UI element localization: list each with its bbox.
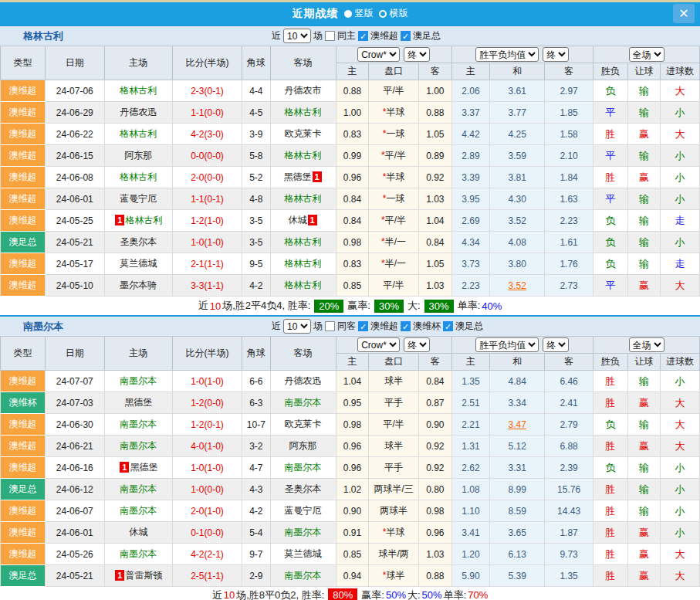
avg-final-select[interactable]: 终 [543, 47, 569, 62]
league-checkbox[interactable]: ✓ [443, 321, 453, 331]
league-checkbox[interactable]: ✓ [401, 31, 411, 41]
table-row: 澳维超24-05-17莫兰德城2-1(1-1)9-5格林古利0.83*半/一1.… [1, 253, 700, 275]
date-cell: 24-05-21 [45, 232, 104, 253]
away-odds-cell: 0.96 [419, 522, 452, 544]
league-checkbox[interactable]: ✓ [401, 321, 411, 331]
date-cell: 24-06-01 [45, 522, 104, 544]
home-odds-cell: 0.91 [336, 522, 369, 544]
odds-company-select[interactable]: Crow* [357, 337, 400, 352]
summary-part: 近 [212, 588, 222, 600]
radio-unselected-icon[interactable] [379, 10, 387, 18]
goals-result-cell: 小 [661, 232, 700, 253]
handicap-cell: *半球 [369, 167, 419, 188]
away-team-cell: 蓝曼宁厄 [270, 500, 336, 522]
date-cell: 24-06-01 [45, 188, 104, 210]
avg-away-cell: 1.85 [545, 102, 593, 124]
layout-radio-landscape[interactable]: 横版 [379, 7, 408, 20]
away-odds-cell: 0.98 [419, 500, 452, 522]
column-header: 类型 [1, 46, 46, 80]
odds-final-select[interactable]: 终 [404, 47, 430, 62]
score-cell: 1-2(1-0) [172, 210, 242, 232]
home-odds-cell: 0.84 [336, 210, 369, 232]
table-row: 澳维超24-06-01蓝曼宁厄1-1(0-1)4-8格林古利0.84*一球1.0… [1, 188, 700, 210]
near-count-select[interactable]: 10 [283, 319, 311, 334]
handicap-cell: 两球半/三 [369, 479, 419, 500]
same-side-checkbox[interactable] [325, 31, 335, 41]
home-team-cell: 1黑德堡 [104, 457, 172, 479]
league-badge: 澳维超 [1, 253, 46, 275]
layout-radio-portrait[interactable]: 竖版 [344, 7, 374, 20]
date-cell: 24-05-25 [45, 210, 104, 232]
sub-column-header: 客 [545, 354, 593, 371]
avg-draw-cell: 3.52 [490, 275, 545, 297]
sub-column-header: 胜负 [593, 354, 628, 371]
odds-final-select[interactable]: 终 [404, 337, 430, 352]
table-row: 澳维超24-05-251格林古利1-2(1-0)3-5休城10.84*平/半1.… [1, 210, 700, 232]
sub-column-header: 和 [490, 354, 545, 371]
handicap-cell: 球半 [369, 371, 419, 392]
goals-result-cell: 小 [661, 500, 700, 522]
home-team-cell: 黑德堡 [104, 392, 172, 414]
handicap-cell: 球半/两 [369, 544, 419, 565]
score-cell: 1-1(0-1) [172, 188, 242, 210]
scope-select[interactable]: 全场 [629, 337, 664, 352]
league-checkbox-label: 澳足总 [413, 29, 441, 42]
handicap-cell: *半/一 [369, 232, 419, 253]
home-odds-cell: 0.96 [336, 457, 369, 479]
avg-group-header: 胜平负均值终 [451, 46, 593, 63]
league-badge: 澳维超 [1, 414, 46, 436]
avg-home-cell: 1.10 [451, 500, 490, 522]
away-team-name: 南墨尔本 [285, 527, 322, 537]
away-team-name: 阿东那 [289, 440, 317, 451]
date-cell: 24-05-26 [45, 544, 104, 565]
score-cell: 1-0(1-0) [172, 371, 242, 392]
handicap-cell: 平手 [369, 457, 419, 479]
goals-result-cell: 小 [661, 167, 700, 188]
date-cell: 24-06-12 [45, 479, 104, 500]
avg-away-cell: 2.73 [545, 275, 593, 297]
table-row: 澳维超24-06-07南墨尔本2-0(1-0)4-2蓝曼宁厄0.90两球半0.9… [1, 500, 700, 522]
summary-part: 20% [314, 300, 343, 313]
league-checkbox[interactable]: ✓ [358, 31, 368, 41]
league-checkbox[interactable]: ✓ [358, 321, 368, 331]
summary-part: 大: [407, 588, 421, 600]
radio-landscape-label: 横版 [390, 7, 408, 20]
sub-column-header: 让球 [627, 354, 661, 371]
goals-result-cell: 大 [661, 544, 700, 565]
scope-select[interactable]: 全场 [629, 47, 664, 62]
avg-home-cell: 4.34 [451, 232, 490, 253]
summary-part: 单率: [444, 588, 467, 600]
date-cell: 24-06-08 [45, 167, 104, 188]
home-team-cell: 休城 [104, 522, 172, 544]
corner-cell: 9-5 [242, 253, 270, 275]
avg-company-select[interactable]: 胜平负均值 [475, 47, 539, 62]
avg-home-cell: 3.95 [451, 188, 490, 210]
corner-cell: 4-5 [242, 102, 270, 124]
summary-part: 赢率: [347, 299, 370, 313]
home-team-name: 圣奥尔本 [120, 236, 157, 247]
avg-away-cell: 1.61 [545, 232, 593, 253]
avg-draw-cell: 3.77 [490, 102, 545, 124]
odds-company-select[interactable]: Crow* [357, 47, 400, 62]
close-button[interactable]: ✕ [673, 4, 695, 23]
corner-cell: 3-5 [242, 210, 270, 232]
avg-home-cell: 2.51 [451, 392, 490, 414]
home-team-name: 格林古利 [120, 128, 157, 139]
home-team-cell: 格林古利 [104, 167, 172, 188]
avg-draw-cell: 8.99 [490, 479, 545, 500]
avg-company-select[interactable]: 胜平负均值 [475, 337, 539, 352]
result-cell: 胜 [593, 124, 628, 145]
avg-away-cell: 1.76 [545, 253, 593, 275]
corner-cell: 4-3 [242, 479, 270, 500]
result-cell: 胜 [593, 479, 628, 500]
date-cell: 24-05-10 [45, 275, 104, 297]
radio-selected-icon[interactable] [344, 10, 352, 18]
near-count-select[interactable]: 10 [283, 29, 311, 43]
league-badge: 澳维超 [1, 124, 46, 145]
avg-final-select[interactable]: 终 [543, 337, 569, 352]
summary-part: 赢率: [361, 588, 384, 600]
away-team-name: 黑德堡 [284, 171, 312, 182]
avg-draw-cell: 5.12 [490, 436, 545, 457]
same-side-checkbox[interactable] [325, 321, 335, 331]
home-team-name: 格林古利 [125, 215, 162, 225]
